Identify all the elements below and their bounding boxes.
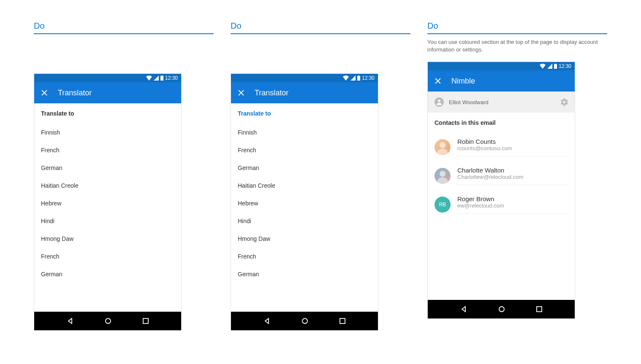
recent-button[interactable]: [143, 318, 149, 324]
contact-avatar: [435, 168, 451, 184]
contact-name: Robin Counts: [457, 138, 568, 145]
language-item[interactable]: Hebrew: [231, 194, 378, 212]
svg-rect-16: [537, 307, 542, 312]
account-name: Elliot Woodward: [449, 99, 555, 105]
contact-email: ew@relecloud.com: [457, 202, 568, 209]
contact-item[interactable]: RB Roger Brown ew@relecloud.com: [428, 190, 575, 219]
close-icon[interactable]: [41, 89, 48, 96]
android-nav-bar: [231, 312, 378, 330]
app-title: Translator: [58, 89, 92, 97]
language-item[interactable]: Haitian Creole: [34, 177, 181, 194]
contact-item[interactable]: Charlotte Walton Charlottew@relecloud.co…: [428, 162, 575, 190]
language-item[interactable]: German: [34, 159, 181, 177]
do-label: Do: [34, 21, 214, 34]
example-3-description: You can use coloured section at the top …: [427, 38, 607, 55]
status-time: 12:30: [362, 75, 375, 81]
status-bar: 12:30: [428, 62, 575, 70]
language-item[interactable]: Haitian Creole: [231, 177, 378, 194]
svg-rect-5: [358, 75, 359, 76]
back-button[interactable]: [67, 318, 73, 324]
close-icon[interactable]: [238, 89, 244, 96]
home-button[interactable]: [301, 318, 308, 324]
svg-rect-0: [160, 76, 163, 81]
language-item[interactable]: German: [34, 265, 181, 283]
content-area: Translate to Finnish French German Haiti…: [34, 103, 181, 312]
contact-info: Roger Brown ew@relecloud.com: [457, 195, 568, 214]
status-time: 12:30: [559, 63, 571, 69]
app-bar: Nimble: [428, 70, 575, 92]
svg-rect-1: [161, 75, 163, 76]
language-item[interactable]: French: [231, 141, 378, 159]
do-label: Do: [427, 21, 607, 34]
status-time: 12:30: [165, 75, 178, 81]
svg-rect-8: [554, 64, 557, 69]
gear-icon[interactable]: [560, 98, 568, 106]
svg-point-10: [438, 100, 440, 102]
section-header: Translate to: [34, 103, 181, 124]
android-nav-bar: [34, 312, 181, 330]
wifi-icon: [540, 64, 546, 69]
android-nav-bar: [428, 300, 575, 318]
svg-point-12: [437, 148, 448, 155]
battery-icon: [160, 75, 163, 81]
content-area: Translate to Finnish French German Haiti…: [231, 103, 378, 312]
content-area: Contacts in this email Robin Counts rcou…: [428, 113, 575, 300]
contact-item[interactable]: Robin Counts rcounts@contoso.com: [428, 133, 575, 162]
app-title: Translator: [255, 89, 288, 97]
back-button[interactable]: [263, 318, 270, 324]
phone-mockup-3: 12:30 Nimble Elliot Woodward Contacts in…: [427, 62, 575, 319]
example-1: Do 12:30 Translator Translate to Finnish…: [34, 21, 214, 343]
signal-icon: [350, 75, 356, 81]
language-item[interactable]: Hindi: [231, 212, 378, 230]
do-label: Do: [231, 21, 410, 34]
contact-avatar-initials: RB: [435, 197, 451, 213]
section-header: Translate to: [231, 103, 378, 124]
close-icon[interactable]: [435, 78, 441, 84]
home-button[interactable]: [105, 318, 111, 324]
contact-avatar: [435, 139, 451, 155]
status-bar: 12:30: [34, 74, 181, 82]
svg-point-11: [440, 142, 445, 148]
recent-button[interactable]: [536, 306, 542, 312]
language-item[interactable]: German: [231, 265, 378, 283]
svg-rect-9: [555, 64, 556, 64]
back-button[interactable]: [460, 306, 467, 313]
battery-icon: [357, 75, 360, 81]
language-item[interactable]: French: [34, 141, 181, 159]
language-item[interactable]: Finnish: [231, 124, 378, 141]
wifi-icon: [146, 75, 152, 81]
example-3: Do You can use coloured section at the t…: [427, 21, 607, 343]
language-item[interactable]: Hmong Daw: [231, 230, 378, 248]
language-item[interactable]: Finnish: [34, 124, 181, 141]
language-item[interactable]: French: [34, 248, 181, 265]
home-button[interactable]: [498, 306, 505, 313]
contact-name: Charlotte Walton: [457, 167, 568, 174]
phone-mockup-2: 12:30 Translator Translate to Finnish Fr…: [231, 73, 378, 331]
svg-point-13: [440, 171, 445, 177]
svg-point-15: [499, 307, 504, 312]
signal-icon: [547, 64, 552, 69]
battery-icon: [554, 64, 557, 69]
language-item[interactable]: Hindi: [34, 212, 181, 230]
app-title: Nimble: [451, 77, 475, 86]
contact-email: rcounts@contoso.com: [457, 145, 568, 151]
svg-point-2: [106, 318, 111, 324]
language-item[interactable]: French: [231, 248, 378, 265]
contact-info: Robin Counts rcounts@contoso.com: [457, 138, 568, 156]
account-section[interactable]: Elliot Woodward: [428, 92, 575, 113]
example-2: Do 12:30 Translator Translate to Finnish…: [231, 21, 410, 343]
contact-name: Roger Brown: [457, 195, 568, 202]
wifi-icon: [343, 75, 349, 81]
status-bar: 12:30: [231, 74, 378, 82]
language-item[interactable]: German: [231, 159, 378, 177]
svg-point-14: [437, 177, 448, 184]
app-bar: Translator: [34, 82, 181, 103]
svg-rect-3: [143, 318, 148, 324]
language-item[interactable]: Hmong Daw: [34, 230, 181, 248]
language-item[interactable]: Hebrew: [34, 194, 181, 212]
contact-email: Charlottew@relecloud.com: [457, 174, 568, 180]
contact-info: Charlotte Walton Charlottew@relecloud.co…: [457, 167, 568, 185]
app-bar: Translator: [231, 82, 378, 103]
recent-button[interactable]: [340, 318, 345, 324]
section-header: Contacts in this email: [428, 113, 575, 133]
